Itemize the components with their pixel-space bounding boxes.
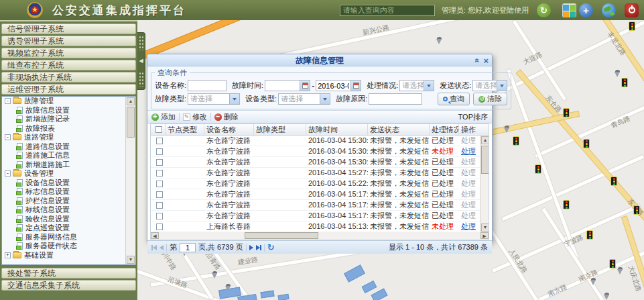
traffic-light-icon[interactable] bbox=[621, 78, 628, 87]
fault-type-select[interactable]: 请选择 bbox=[188, 93, 240, 105]
camera-icon[interactable] bbox=[614, 70, 621, 77]
scroll-right-icon[interactable]: ▶ bbox=[480, 232, 489, 239]
column-header[interactable]: 故障类型 bbox=[254, 124, 306, 135]
traffic-light-icon[interactable] bbox=[535, 164, 541, 174]
apps-grid-icon[interactable] bbox=[562, 3, 576, 17]
traffic-light-icon[interactable] bbox=[629, 21, 635, 31]
table-row[interactable]: 东仓路宁波路2016-03-04 15:30:00未报警，未发短信已处理处理 bbox=[151, 136, 480, 146]
page-number-input[interactable] bbox=[180, 243, 196, 252]
fault-time-from-input[interactable] bbox=[265, 81, 300, 91]
close-dialog-icon[interactable]: × bbox=[483, 56, 489, 65]
scroll-down-icon[interactable]: ▼ bbox=[127, 256, 135, 264]
row-checkbox[interactable] bbox=[156, 223, 163, 230]
edit-button[interactable]: ✎修改 bbox=[183, 112, 207, 122]
globe-icon[interactable] bbox=[602, 3, 616, 17]
send-status-select[interactable]: 请选择 bbox=[472, 80, 507, 91]
handle-status-select[interactable]: 请选择 bbox=[399, 80, 434, 91]
row-checkbox[interactable] bbox=[156, 202, 163, 209]
calendar-icon[interactable] bbox=[300, 81, 310, 91]
delete-button[interactable]: −删除 bbox=[214, 112, 239, 122]
tree-collapse-icon[interactable]: - bbox=[5, 170, 11, 177]
column-header[interactable]: 发送状态 bbox=[368, 124, 430, 135]
row-checkbox[interactable] bbox=[156, 213, 163, 219]
traffic-light-icon[interactable] bbox=[563, 200, 570, 209]
grid-vertical-scrollbar[interactable]: ▲ ▼ bbox=[480, 136, 489, 232]
tree-item[interactable]: 新增故障记录 bbox=[2, 115, 135, 124]
row-checkbox[interactable] bbox=[156, 159, 163, 166]
table-row[interactable]: 东仓路宁波路2016-03-04 15:17:01未报警，未发短信已处理处理 bbox=[151, 211, 480, 221]
table-row[interactable]: 东仓路宁波路2016-03-04 15:30:00未报警，未发短信未处理处理 bbox=[151, 146, 480, 157]
last-page-button[interactable] bbox=[256, 245, 261, 250]
row-checkbox[interactable] bbox=[156, 138, 163, 144]
row-checkbox[interactable] bbox=[156, 148, 163, 155]
sidebar-item-offsite-enforcement[interactable]: 非现场执法子系统 bbox=[1, 72, 136, 83]
panel-collapse-handle[interactable]: ◀ bbox=[137, 32, 145, 90]
tree-item[interactable]: 服务器硬件状态 bbox=[2, 242, 135, 251]
tree-collapse-icon[interactable]: - bbox=[5, 134, 11, 140]
top-sort-link[interactable]: TOP排序 bbox=[458, 112, 488, 122]
tree-item[interactable]: 新增道路施工 bbox=[2, 160, 135, 170]
tree-item[interactable]: 定点巡查设置 bbox=[2, 223, 135, 233]
dropdown-icon[interactable] bbox=[497, 81, 507, 91]
handle-link[interactable]: 处理 bbox=[461, 147, 476, 155]
tree-item[interactable]: 护栏信息设置 bbox=[2, 197, 135, 206]
select-all-checkbox[interactable] bbox=[151, 124, 166, 135]
device-name-input[interactable] bbox=[188, 80, 227, 91]
column-header[interactable]: 处理情况 bbox=[430, 124, 459, 135]
camera-icon[interactable] bbox=[617, 267, 624, 274]
camera-icon[interactable] bbox=[436, 37, 443, 44]
scroll-thumb[interactable] bbox=[481, 146, 489, 174]
scroll-down-icon[interactable]: ▼ bbox=[481, 223, 489, 232]
sidebar-item-traffic-info-collect[interactable]: 交通信息采集子系统 bbox=[1, 280, 136, 291]
sidebar-item-investigation[interactable]: 缉查布控子系统 bbox=[1, 60, 136, 70]
traffic-light-icon[interactable] bbox=[586, 230, 593, 240]
scroll-thumb[interactable] bbox=[127, 107, 135, 138]
row-checkbox[interactable] bbox=[156, 181, 163, 187]
tree-item-folder[interactable]: -设备管理 bbox=[2, 169, 135, 179]
tree-item-folder[interactable]: +基础设置 bbox=[2, 251, 135, 260]
scroll-thumb[interactable] bbox=[245, 232, 318, 239]
sidebar-item-alarm-dispatch[interactable]: 接处警子系统 bbox=[1, 268, 136, 279]
first-page-button[interactable] bbox=[151, 245, 157, 250]
handle-link[interactable]: 处理 bbox=[461, 222, 476, 230]
grid-horizontal-scrollbar[interactable]: ◀ ▶ bbox=[150, 232, 489, 240]
tree-item-folder[interactable]: -故障管理 bbox=[2, 97, 135, 106]
tree-item-folder[interactable]: -道路管理 bbox=[2, 133, 135, 142]
camera-icon[interactable] bbox=[603, 293, 610, 300]
eco-mode-icon[interactable]: ↻ bbox=[537, 3, 551, 17]
traffic-light-icon[interactable] bbox=[583, 139, 590, 148]
row-checkbox[interactable] bbox=[156, 170, 163, 177]
camera-icon[interactable] bbox=[211, 271, 218, 279]
fault-time-to-input[interactable] bbox=[316, 81, 350, 91]
camera-icon[interactable] bbox=[224, 284, 232, 291]
add-button[interactable]: +添加 bbox=[151, 112, 176, 122]
traffic-light-icon[interactable] bbox=[563, 108, 570, 117]
tree-item[interactable]: 故障信息设置 bbox=[2, 106, 135, 115]
traffic-light-icon[interactable] bbox=[609, 259, 616, 268]
power-icon[interactable] bbox=[625, 3, 639, 17]
table-row[interactable]: 东仓路宁波路2016-03-04 15:30:00未报警，未发短信已处理处理 bbox=[151, 157, 480, 168]
dropdown-icon[interactable] bbox=[229, 94, 239, 104]
column-header[interactable]: 操作 bbox=[459, 124, 480, 135]
scroll-up-icon[interactable]: ▲ bbox=[481, 136, 489, 144]
fault-time-from-field[interactable] bbox=[265, 80, 310, 91]
tree-item[interactable]: 故障报表 bbox=[2, 124, 135, 134]
column-header[interactable]: 节点类型 bbox=[166, 124, 204, 135]
tree-item[interactable]: 设备信息设置 bbox=[2, 179, 135, 188]
tree-expand-icon[interactable]: + bbox=[5, 252, 11, 258]
clear-button[interactable]: ↺清除 bbox=[473, 93, 507, 105]
fault-time-to-field[interactable] bbox=[316, 80, 361, 91]
dialog-title-bar[interactable]: 故障信息管理 « × bbox=[147, 54, 492, 66]
tree-item[interactable]: 道路信息设置 bbox=[2, 142, 135, 152]
sidebar-item-video[interactable]: 视频监控子系统 bbox=[1, 48, 136, 58]
table-row[interactable]: 东仓路宁波路2016-03-04 15:17:01未报警，未发短信已处理处理 bbox=[151, 189, 480, 200]
table-row[interactable]: 上海路长春路2016-03-04 15:13:45未报警，未发短信未处理处理 bbox=[151, 221, 480, 232]
scroll-left-icon[interactable]: ◀ bbox=[151, 232, 159, 239]
tree-collapse-icon[interactable]: - bbox=[5, 98, 11, 104]
tree-item[interactable]: 标志信息设置 bbox=[2, 187, 135, 197]
dropdown-icon[interactable] bbox=[424, 81, 434, 91]
sidebar-item-signal[interactable]: 信号管理子系统 bbox=[1, 23, 136, 34]
table-row[interactable]: 东仓路宁波路2016-03-04 15:27:00未报警，未发短信已处理处理 bbox=[151, 168, 480, 179]
traffic-light-icon[interactable] bbox=[633, 205, 640, 215]
add-window-icon[interactable]: + bbox=[579, 3, 593, 17]
